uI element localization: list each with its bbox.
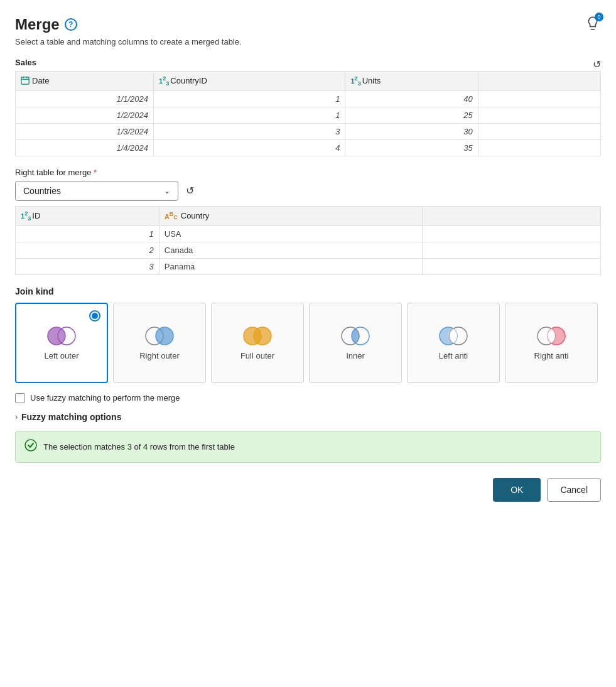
sales-cell-date: 1/2/2024	[16, 107, 154, 123]
join-option-right-anti-label: Right anti	[534, 351, 569, 360]
sales-col-units-label: Units	[362, 76, 381, 85]
countries-table-header-row: 123 ID ABC Country	[16, 206, 601, 225]
sales-cell-empty	[478, 90, 600, 107]
countries-cell-empty	[422, 225, 600, 242]
sales-cell-countryid: 1	[154, 90, 345, 107]
svg-point-9	[254, 327, 271, 345]
table-row: 1/4/2024 4 35	[16, 139, 601, 156]
sales-cell-countryid: 4	[154, 139, 345, 156]
sales-cell-countryid: 1	[154, 107, 345, 123]
123-icon-countryid: 123	[159, 75, 169, 87]
sales-cell-empty	[478, 123, 600, 139]
table-row: 1/2/2024 1 25	[16, 107, 601, 123]
status-check-icon	[24, 439, 37, 455]
fuzzy-matching-label: Use fuzzy matching to perform the merge	[30, 393, 180, 403]
join-option-left-anti[interactable]: Left anti	[407, 303, 500, 383]
sales-refresh-button[interactable]: ↺	[593, 58, 601, 70]
svg-point-22	[25, 440, 36, 451]
calendar-icon	[21, 76, 30, 86]
fuzzy-options-header[interactable]: › Fuzzy matching options	[15, 412, 601, 422]
sales-cell-countryid: 3	[154, 123, 345, 139]
join-option-full-outer-label: Full outer	[240, 351, 274, 360]
countries-cell-id: 2	[16, 242, 159, 258]
page-subtitle: Select a table and matching columns to c…	[15, 37, 601, 46]
status-banner: The selection matches 3 of 4 rows from t…	[15, 431, 601, 463]
countries-col-id: 123 ID	[16, 206, 159, 225]
abc-icon-country: ABC	[165, 211, 178, 220]
sales-cell-empty	[478, 139, 600, 156]
countries-table-body: 1 USA 2 Canada 3 Panama	[16, 225, 601, 274]
right-table-refresh-button[interactable]: ↺	[186, 185, 194, 197]
dropdown-selected-value: Countries	[23, 186, 61, 196]
join-option-right-anti[interactable]: Right anti	[505, 303, 598, 383]
join-option-right-outer-label: Right outer	[139, 351, 180, 360]
footer-buttons: OK Cancel	[15, 478, 601, 502]
help-icon[interactable]: ?	[65, 18, 77, 31]
countries-cell-country: Panama	[159, 258, 422, 274]
countries-table: 123 ID ABC Country 1 USA 2 Canada 3 Pana…	[15, 206, 601, 275]
fuzzy-matching-row: Use fuzzy matching to perform the merge	[15, 393, 601, 403]
sales-col-date: Date	[16, 72, 154, 91]
countries-cell-id: 3	[16, 258, 159, 274]
join-option-inner-label: Inner	[346, 351, 365, 360]
sales-cell-empty	[478, 107, 600, 123]
venn-inner-icon	[338, 325, 373, 347]
table-row: 1/1/2024 1 40	[16, 90, 601, 107]
join-options: Left outer Right outer Full outer Inner	[15, 303, 601, 383]
countries-cell-empty	[422, 242, 600, 258]
radio-inner-left-outer	[92, 313, 98, 319]
table-row: 1/3/2024 3 30	[16, 123, 601, 139]
ok-button[interactable]: OK	[493, 478, 541, 502]
countries-cell-country: USA	[159, 225, 422, 242]
svg-point-4	[48, 327, 65, 345]
join-kind-label: Join kind	[15, 286, 601, 296]
sales-col-date-label: Date	[32, 76, 49, 85]
svg-point-7	[156, 327, 173, 345]
sales-cell-units: 30	[345, 123, 478, 139]
countries-col-country: ABC Country	[159, 206, 422, 225]
sales-col-units: 123 Units	[345, 72, 478, 91]
sales-table: Date 123 CountryID 123 Units 1/1/2024 1 …	[15, 71, 601, 156]
countries-cell-country: Canada	[159, 242, 422, 258]
sales-cell-date: 1/4/2024	[16, 139, 154, 156]
lightbulb-badge[interactable]: 0	[585, 15, 601, 33]
venn-right-anti-icon	[534, 325, 569, 347]
venn-right-outer-icon	[142, 325, 177, 347]
sales-cell-units: 25	[345, 107, 478, 123]
join-option-left-outer[interactable]: Left outer	[15, 303, 108, 383]
sales-cell-units: 40	[345, 90, 478, 107]
countries-col-id-label: ID	[32, 211, 40, 220]
title-area: Merge ?	[15, 16, 77, 33]
status-message: The selection matches 3 of 4 rows from t…	[43, 442, 235, 452]
cancel-button[interactable]: Cancel	[547, 478, 601, 502]
countries-cell-empty	[422, 258, 600, 274]
header-row: Merge ? 0	[15, 15, 601, 33]
table-row: 3 Panama	[16, 258, 601, 274]
venn-full-outer-icon	[240, 325, 275, 347]
lightbulb-badge-count: 0	[595, 13, 603, 21]
join-option-full-outer[interactable]: Full outer	[211, 303, 304, 383]
sales-col-countryid-label: CountryID	[170, 76, 207, 85]
join-option-inner[interactable]: Inner	[309, 303, 402, 383]
chevron-right-icon: ›	[15, 413, 18, 421]
radio-dot-left-outer	[89, 310, 100, 322]
join-option-right-outer[interactable]: Right outer	[113, 303, 206, 383]
venn-left-anti-icon	[436, 325, 471, 347]
sales-col-empty	[478, 72, 600, 91]
fuzzy-options-label: Fuzzy matching options	[21, 412, 121, 422]
join-option-left-outer-label: Left outer	[45, 351, 79, 360]
right-table-dropdown[interactable]: Countries ⌄	[15, 181, 178, 201]
sales-cell-units: 35	[345, 139, 478, 156]
countries-col-empty	[422, 206, 600, 225]
countries-col-country-label: Country	[181, 211, 210, 220]
fuzzy-matching-checkbox[interactable]	[15, 393, 25, 403]
sales-section-header: Sales ↺	[15, 58, 601, 71]
sales-cell-date: 1/1/2024	[16, 90, 154, 107]
123-icon-units: 123	[350, 75, 360, 87]
right-table-label: Right table for merge *	[15, 168, 601, 177]
svg-rect-0	[21, 77, 29, 84]
join-option-left-anti-label: Left anti	[439, 351, 468, 360]
required-star: *	[94, 168, 97, 177]
chevron-down-icon: ⌄	[164, 187, 170, 195]
page-title: Merge	[15, 16, 60, 33]
